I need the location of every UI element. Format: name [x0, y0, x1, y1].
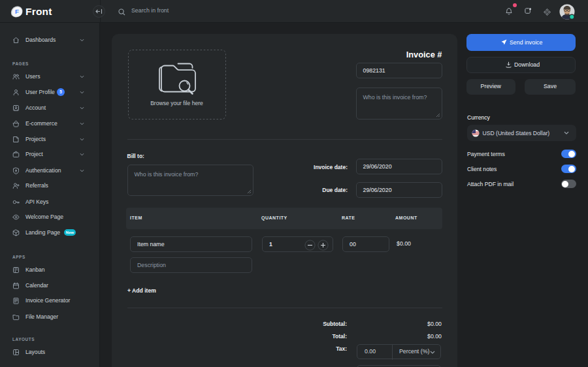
svg-text:F: F — [15, 8, 19, 15]
